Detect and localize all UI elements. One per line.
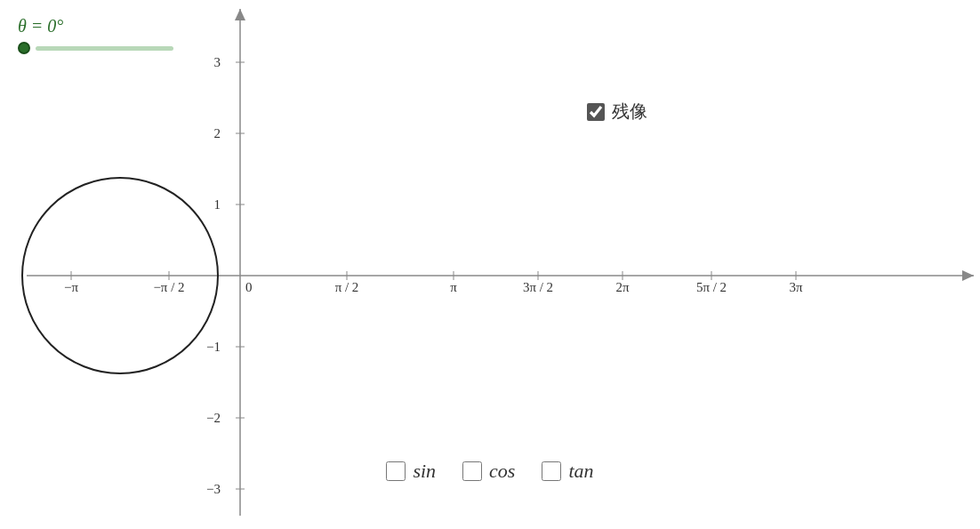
sin-label: sin: [413, 460, 436, 483]
cos-control: cos: [462, 460, 515, 483]
cos-label: cos: [489, 460, 515, 483]
svg-text:−π: −π: [64, 280, 78, 294]
svg-text:3π / 2: 3π / 2: [523, 280, 553, 294]
cos-checkbox[interactable]: [462, 461, 482, 481]
sin-checkbox[interactable]: [386, 461, 406, 481]
trig-controls: sin cos tan: [0, 460, 980, 483]
svg-text:2π: 2π: [615, 280, 630, 294]
theta-slider-handle[interactable]: [18, 42, 30, 54]
svg-text:0: 0: [245, 280, 253, 294]
svg-text:π / 2: π / 2: [335, 280, 359, 294]
svg-text:−π / 2: −π / 2: [153, 280, 184, 294]
svg-text:π: π: [450, 280, 457, 294]
svg-text:3π: 3π: [789, 280, 803, 294]
svg-text:5π / 2: 5π / 2: [696, 280, 727, 294]
sin-control: sin: [386, 460, 436, 483]
svg-marker-1: [962, 270, 974, 281]
afterimage-control: 残像: [587, 100, 647, 124]
afterimage-checkbox[interactable]: [587, 103, 605, 121]
tan-label: tan: [568, 460, 593, 483]
tan-control: tan: [542, 460, 593, 483]
theta-label: θ = 0°: [18, 16, 173, 36]
svg-text:−1: −1: [206, 340, 221, 354]
svg-text:1: 1: [214, 197, 221, 212]
svg-marker-3: [235, 9, 245, 20]
svg-text:2: 2: [214, 126, 221, 140]
svg-text:3: 3: [214, 55, 221, 69]
svg-text:−2: −2: [206, 411, 221, 425]
theta-control: θ = 0°: [18, 16, 173, 54]
afterimage-label: 残像: [612, 100, 647, 124]
tan-checkbox[interactable]: [542, 461, 561, 481]
svg-text:−3: −3: [206, 482, 221, 496]
theta-slider-track[interactable]: [36, 46, 173, 51]
